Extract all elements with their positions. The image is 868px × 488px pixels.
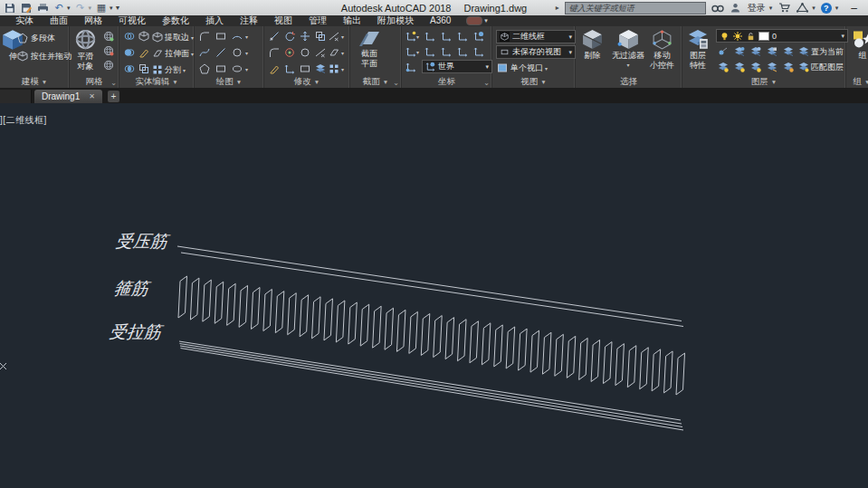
separate-button[interactable]: 分割▾ <box>152 63 186 76</box>
rectangle-icon[interactable] <box>215 30 227 43</box>
sign-in-label[interactable]: 登录 <box>748 2 766 14</box>
panel-launcher-icon[interactable]: ⌄ <box>110 79 117 87</box>
undo-caret-icon[interactable]: ▾ <box>67 5 71 12</box>
qat-customize-icon[interactable]: ▼ <box>115 5 121 11</box>
ucs-object-icon[interactable] <box>424 45 436 58</box>
panel-launcher-icon[interactable]: ⌄ <box>393 79 399 87</box>
a360-caret-icon[interactable]: ▾ <box>812 5 816 12</box>
ucs-x-icon[interactable] <box>440 45 453 58</box>
layer-thaw-icon[interactable] <box>733 61 746 73</box>
panel-label-view[interactable]: 视图▼ <box>492 76 575 88</box>
explode-icon[interactable] <box>299 62 311 75</box>
redo-icon[interactable]: ↷ <box>74 2 87 14</box>
section-plane-button[interactable]: 截面 平面 <box>358 28 381 68</box>
union-icon[interactable] <box>123 30 136 43</box>
interfere-icon[interactable] <box>138 46 150 59</box>
tab-annotate[interactable]: 注释 <box>232 15 266 26</box>
search-icon[interactable] <box>711 2 724 14</box>
copy-icon[interactable] <box>314 30 327 43</box>
tab-view[interactable]: 视图 <box>266 15 300 26</box>
close-tab-icon[interactable]: ✕ <box>89 92 95 100</box>
intersect-icon[interactable] <box>123 62 136 75</box>
help-caret-icon[interactable]: ▾ <box>835 5 839 12</box>
rotate-icon[interactable] <box>283 46 296 59</box>
model-space-viewport[interactable]: ][二维线框] 受压筋 箍筋 受拉筋 <box>0 103 868 488</box>
layer-freeze-tool-icon[interactable] <box>749 45 762 58</box>
tab-insert[interactable]: 插入 <box>197 15 232 26</box>
caret-icon[interactable]: ▾ <box>341 66 344 72</box>
move-icon[interactable] <box>299 30 311 43</box>
ucs-face-icon[interactable] <box>456 30 469 43</box>
caret-icon[interactable]: ▾ <box>341 50 344 56</box>
panel-label-modify[interactable]: 修改▼ <box>264 76 349 88</box>
polyline-icon[interactable] <box>198 30 211 43</box>
ucs-origin-icon[interactable] <box>405 61 417 73</box>
arc-icon[interactable] <box>231 30 243 43</box>
rectangle2-icon[interactable] <box>215 62 227 75</box>
mesh-refine-icon[interactable] <box>102 30 115 43</box>
ribbon-state-icon[interactable] <box>466 16 482 25</box>
scale-icon[interactable] <box>283 30 296 43</box>
caret-icon[interactable]: ▾ <box>245 33 248 40</box>
tab-manage[interactable]: 管理 <box>300 15 335 26</box>
mirror-icon[interactable] <box>328 30 340 43</box>
join-icon[interactable] <box>314 62 327 75</box>
layer-dropdown[interactable]: 0 ▾ <box>716 29 848 43</box>
panel-label-layers[interactable]: 图层▼ <box>682 76 845 88</box>
presspull-button[interactable]: 按住并拖动 <box>16 50 72 62</box>
smooth-object-button[interactable]: 平滑 对象 <box>74 28 97 71</box>
slice-icon[interactable] <box>138 30 150 43</box>
search-flyout-icon[interactable]: ▸ <box>556 4 559 12</box>
erase-icon[interactable] <box>268 62 281 75</box>
mesh-smooth-more-icon[interactable] <box>102 59 115 72</box>
workspace-icon[interactable]: ▦ <box>95 2 108 14</box>
ucs-y-icon[interactable] <box>456 45 469 58</box>
saveas-icon[interactable] <box>20 2 33 14</box>
tab-output[interactable]: 输出 <box>335 15 369 26</box>
culling-button[interactable]: 剔除 <box>581 29 604 60</box>
search-input[interactable] <box>565 2 706 14</box>
offset-icon[interactable] <box>299 46 311 59</box>
user-icon[interactable] <box>730 2 742 14</box>
print-icon[interactable] <box>36 2 49 14</box>
help-icon[interactable]: ? <box>821 3 832 14</box>
caret-icon[interactable]: ▾ <box>245 66 248 72</box>
gizmo-button[interactable]: 移动 小控件 <box>650 29 674 70</box>
visual-style-dropdown[interactable]: 二维线框 ▾ <box>496 30 576 43</box>
file-tab-partial[interactable] <box>0 90 32 103</box>
trim-icon[interactable] <box>314 46 327 59</box>
line-icon[interactable] <box>215 46 227 59</box>
polygon-icon[interactable] <box>198 62 211 75</box>
group-button[interactable]: 组 <box>852 29 868 60</box>
panel-label-solid-editing[interactable]: 实体编辑▼ <box>119 76 194 88</box>
circle-icon[interactable] <box>231 46 243 59</box>
layer-walk-icon[interactable] <box>782 45 795 58</box>
panel-label-coordinates[interactable]: 坐标 <box>402 76 491 88</box>
set-current-button[interactable]: 置为当前 <box>798 45 844 58</box>
layer-unlock-icon[interactable] <box>749 61 762 73</box>
ucs-dropdown[interactable]: 世界 ▾ <box>422 60 492 73</box>
layer-prev-icon[interactable] <box>766 61 778 73</box>
stretch-icon[interactable] <box>268 30 281 43</box>
layer-lock-tool-icon[interactable] <box>766 45 778 58</box>
layer-on-all-icon[interactable] <box>717 61 730 73</box>
sign-in-caret-icon[interactable]: ▾ <box>769 5 773 12</box>
viewport-config-button[interactable]: 单个视口▾ <box>496 62 548 74</box>
tab-a360[interactable]: A360 <box>422 15 459 26</box>
ucs-z-icon[interactable] <box>440 30 453 43</box>
tab-visualize[interactable]: 可视化 <box>110 15 154 26</box>
ellipse-icon[interactable] <box>231 62 243 75</box>
ribbon-state-caret-icon[interactable]: ▾ <box>484 17 488 24</box>
layer-states-icon[interactable] <box>782 61 795 73</box>
a360-icon[interactable] <box>796 2 808 14</box>
layer-off-icon[interactable] <box>717 45 730 58</box>
panel-launcher-icon[interactable]: ⌄ <box>483 79 490 87</box>
fillet-icon[interactable] <box>268 46 281 59</box>
match-layer-button[interactable]: 匹配图层 <box>798 61 844 73</box>
new-tab-button[interactable]: + <box>108 91 119 102</box>
file-tab-drawing1[interactable]: Drawing1 ✕ <box>34 90 102 103</box>
tab-surface[interactable]: 曲面 <box>42 15 76 26</box>
panel-label-draw[interactable]: 绘图▼ <box>195 76 263 88</box>
panel-label-modeling[interactable]: 建模▼ <box>0 76 69 88</box>
redo-caret-icon[interactable]: ▾ <box>89 5 92 12</box>
